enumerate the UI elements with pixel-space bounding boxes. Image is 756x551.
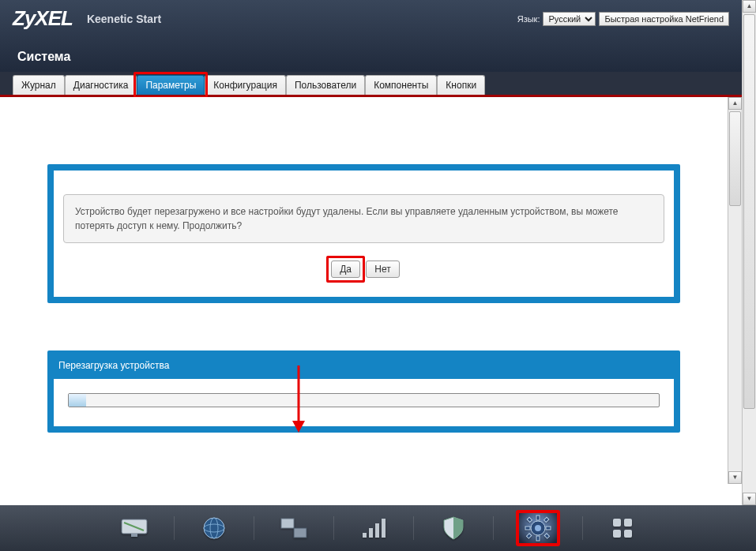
confirm-panel: Устройство будет перезагружено и все нас… [47, 164, 680, 303]
svg-point-23 [535, 525, 541, 531]
language-select[interactable]: Русский [543, 12, 596, 26]
header-bar: ZyXEL Keenetic Start Язык: Русский Быстр… [0, 0, 742, 72]
svg-rect-12 [375, 523, 379, 538]
apps-icon[interactable] [605, 514, 640, 542]
model-name: Keenetic Start [87, 13, 161, 25]
tab-users[interactable]: Пользователи [286, 75, 365, 95]
svg-rect-10 [363, 533, 367, 538]
svg-rect-17 [525, 527, 530, 530]
tab-buttons[interactable]: Кнопки [437, 75, 485, 95]
svg-rect-11 [369, 528, 373, 538]
network-icon[interactable] [276, 514, 311, 542]
tab-parameters[interactable]: Параметры [137, 75, 205, 95]
netfriend-button[interactable]: Быстрая настройка NetFriend [599, 12, 729, 26]
svg-rect-21 [543, 517, 548, 522]
svg-rect-9 [294, 528, 307, 538]
language-label: Язык: [517, 14, 540, 24]
tab-diagnostics[interactable]: Диагностика [65, 75, 137, 95]
svg-rect-20 [544, 534, 549, 538]
gear-icon[interactable] [516, 510, 560, 546]
signal-icon[interactable] [356, 514, 391, 542]
browser-scroll-down-icon[interactable]: ▼ [743, 493, 756, 505]
tab-configuration[interactable]: Конфигурация [205, 75, 286, 95]
bottom-nav [0, 505, 756, 551]
content-area: Устройство будет перезагружено и все нас… [0, 97, 728, 484]
page-title: Система [17, 50, 729, 64]
svg-rect-27 [624, 530, 632, 538]
svg-rect-25 [624, 519, 632, 527]
svg-rect-15 [536, 515, 540, 520]
svg-rect-3 [131, 534, 137, 537]
scroll-thumb[interactable] [729, 111, 741, 206]
svg-rect-19 [527, 517, 532, 522]
logo: ZyXEL [13, 6, 73, 31]
globe-icon[interactable] [197, 514, 231, 542]
svg-rect-13 [382, 519, 386, 538]
svg-rect-22 [526, 534, 531, 538]
svg-rect-16 [536, 536, 540, 541]
scroll-up-icon[interactable]: ▲ [728, 97, 742, 110]
confirm-dialog-text: Устройство будет перезагружено и все нас… [63, 194, 664, 243]
monitor-icon[interactable] [117, 514, 152, 542]
no-button[interactable]: Нет [366, 261, 399, 278]
tab-strip: Журнал Диагностика Параметры Конфигураци… [0, 72, 742, 97]
shield-icon[interactable] [436, 514, 471, 542]
browser-scrollbar[interactable]: ▲ ▼ [742, 0, 756, 505]
svg-rect-8 [281, 519, 294, 528]
browser-scroll-thumb[interactable] [743, 14, 755, 409]
svg-rect-26 [613, 530, 621, 538]
browser-scroll-up-icon[interactable]: ▲ [743, 0, 756, 13]
reboot-progress-fill [69, 394, 86, 407]
svg-rect-24 [613, 519, 621, 527]
reboot-panel: Перезагрузка устройства [47, 350, 680, 433]
reboot-progress-bar [68, 393, 660, 407]
svg-point-5 [204, 518, 224, 538]
tab-components[interactable]: Компоненты [365, 75, 437, 95]
content-scrollbar[interactable]: ▲ ▼ [728, 97, 742, 484]
reboot-panel-title: Перезагрузка устройства [54, 357, 674, 379]
scroll-down-icon[interactable]: ▼ [728, 471, 742, 484]
svg-rect-18 [546, 527, 551, 530]
tab-journal[interactable]: Журнал [13, 75, 65, 95]
yes-button[interactable]: Да [331, 261, 360, 278]
